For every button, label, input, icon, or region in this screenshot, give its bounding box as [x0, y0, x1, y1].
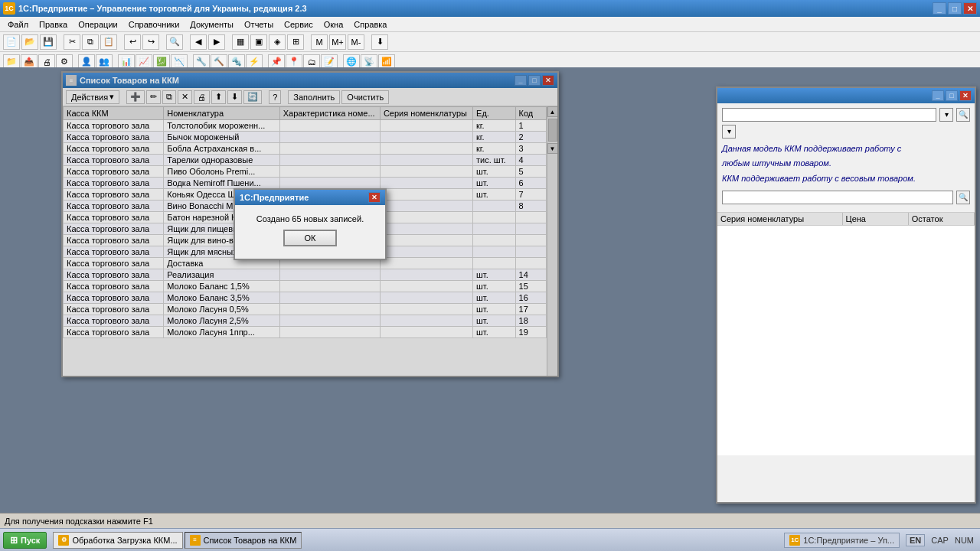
menu-service[interactable]: Сервис — [279, 18, 318, 31]
tb-b5[interactable]: ◈ — [269, 34, 286, 50]
desktop: _ □ ✕ ▾ 🔍 ▾ Данная модель ККМ поддержива… — [0, 67, 980, 513]
menu-help[interactable]: Справка — [349, 18, 391, 31]
title-bar-controls: _ □ ✕ — [933, 2, 977, 15]
info-text-2: любым штучным товаром. — [722, 156, 970, 171]
tb-b3[interactable]: ▦ — [232, 34, 249, 50]
taskbar-right: 1C 1С:Предприятие – Уп... EN CAP NUM — [784, 533, 977, 548]
task-label-2: Список Товаров на ККМ — [204, 536, 297, 545]
tb-b10[interactable]: ⬇ — [371, 34, 388, 50]
info-text-1: Данная модель ККМ поддерживает работу с — [722, 142, 970, 156]
task-icon-2: ≡ — [190, 535, 201, 546]
toolbar-1: 📄 📂 💾 ✂ ⧉ 📋 ↩ ↪ 🔍 ◀ ▶ ▦ ▣ ◈ ⊞ M M+ M- ⬇ — [0, 32, 980, 52]
tb-search[interactable]: 🔍 — [166, 34, 183, 50]
start-label: Пуск — [21, 536, 40, 545]
window-right-controls: _ □ ✕ — [932, 90, 972, 101]
app-taskbar-label: 1С:Предприятие – Уп... — [803, 536, 894, 545]
start-icon: ⊞ — [10, 535, 18, 546]
window-right: _ □ ✕ ▾ 🔍 ▾ Данная модель ККМ поддержива… — [716, 86, 976, 504]
taskbar-item-2[interactable]: ≡ Список Товаров на ККМ — [185, 532, 302, 549]
start-button[interactable]: ⊞ Пуск — [3, 532, 47, 549]
app-title: 1С:Предприятие – Управление торговлей дл… — [18, 4, 307, 13]
window-list: ≡ Список Товаров на ККМ _ □ ✕ Действия ▾… — [61, 71, 559, 377]
tb-b7[interactable]: M — [311, 34, 328, 50]
menu-reports[interactable]: Отчеты — [240, 18, 278, 31]
tb-save[interactable]: 💾 — [40, 34, 57, 50]
modal-body: Создано 65 новых записей. ОК — [235, 205, 385, 259]
tb-copy[interactable]: ⧉ — [82, 34, 99, 50]
app-taskbar-item[interactable]: 1C 1С:Предприятие – Уп... — [784, 533, 900, 548]
tb-open[interactable]: 📂 — [21, 34, 38, 50]
search-go-btn[interactable]: 🔍 — [956, 191, 970, 204]
tb-redo[interactable]: ↪ — [142, 34, 159, 50]
close-button[interactable]: ✕ — [963, 2, 977, 15]
tb-b8[interactable]: M+ — [329, 34, 346, 50]
right-col-price: Цена — [843, 213, 909, 225]
status-bar: Для получения подсказки нажмите F1 — [0, 513, 980, 528]
tb-b2[interactable]: ▶ — [208, 34, 225, 50]
info-row-1: ▾ 🔍 — [722, 108, 970, 122]
search-input[interactable] — [722, 191, 953, 204]
tb-b9[interactable]: M- — [348, 34, 364, 50]
modal-close-btn[interactable]: ✕ — [368, 192, 381, 203]
modal-title-text: 1С:Предприятие — [240, 193, 309, 202]
task-label-1: Обработка Загрузка ККМ... — [72, 536, 177, 545]
right-table-body — [717, 226, 975, 455]
right-col-series: Серия номенклатуры — [717, 213, 843, 225]
app-title-bar: 1C 1С:Предприятие – Управление торговлей… — [0, 0, 980, 17]
menu-documents[interactable]: Документы — [185, 18, 238, 31]
menu-bar: Файл Правка Операции Справочники Докумен… — [0, 17, 980, 32]
app-icon: 1C — [3, 2, 15, 15]
kkm-arrow-btn[interactable]: ▾ — [722, 125, 736, 139]
menu-edit[interactable]: Правка — [34, 18, 72, 31]
app-taskbar-icon: 1C — [789, 535, 800, 546]
window-right-title: _ □ ✕ — [717, 88, 975, 103]
modal-title: 1С:Предприятие ✕ — [235, 190, 385, 205]
kkm-select-btn[interactable]: ▾ — [939, 108, 953, 122]
right-col-remainder: Остаток — [909, 213, 975, 225]
modal-ok-button[interactable]: ОК — [283, 230, 337, 246]
menu-file[interactable]: Файл — [3, 18, 33, 31]
task-icon-1: ⚙ — [58, 535, 69, 546]
modal-title-controls: ✕ — [368, 192, 381, 203]
info-text-3: ККМ поддерживает работу с весовым товаро… — [722, 171, 970, 186]
tb-b1[interactable]: ◀ — [190, 34, 207, 50]
tb-paste[interactable]: 📋 — [100, 34, 117, 50]
modal-dialog: 1С:Предприятие ✕ Создано 65 новых записе… — [234, 188, 387, 260]
cap-indicator: CAP — [931, 536, 949, 545]
modal-message: Создано 65 новых записей. — [256, 214, 364, 223]
tb-new[interactable]: 📄 — [3, 34, 20, 50]
tb-b6[interactable]: ⊞ — [287, 34, 304, 50]
right-table-header: Серия номенклатуры Цена Остаток — [717, 212, 975, 226]
num-indicator: NUM — [955, 536, 974, 545]
right-panel-info: ▾ 🔍 ▾ Данная модель ККМ поддерживает раб… — [717, 103, 975, 212]
info-row-2: 🔍 — [722, 191, 970, 204]
kkm-search-btn[interactable]: 🔍 — [956, 108, 970, 122]
minimize-button[interactable]: _ — [933, 2, 946, 15]
menu-windows[interactable]: Окна — [319, 18, 348, 31]
modal-overlay: 1С:Предприятие ✕ Создано 65 новых записе… — [63, 73, 557, 376]
menu-operations[interactable]: Операции — [74, 18, 122, 31]
right-win-minimize[interactable]: _ — [932, 90, 944, 101]
taskbar: ⊞ Пуск ⚙ Обработка Загрузка ККМ... ≡ Спи… — [0, 528, 980, 551]
maximize-button[interactable]: □ — [948, 2, 962, 15]
kkm-model-input[interactable] — [722, 108, 936, 122]
tb-cut[interactable]: ✂ — [64, 34, 80, 50]
right-win-maximize[interactable]: □ — [946, 90, 958, 101]
tb-undo[interactable]: ↩ — [124, 34, 141, 50]
right-win-close[interactable]: ✕ — [959, 90, 972, 101]
status-hint: Для получения подсказки нажмите F1 — [5, 517, 153, 526]
tb-b4[interactable]: ▣ — [250, 34, 267, 50]
lang-indicator: EN — [906, 534, 925, 546]
menu-references[interactable]: Справочники — [124, 18, 185, 31]
taskbar-item-1[interactable]: ⚙ Обработка Загрузка ККМ... — [53, 532, 182, 549]
